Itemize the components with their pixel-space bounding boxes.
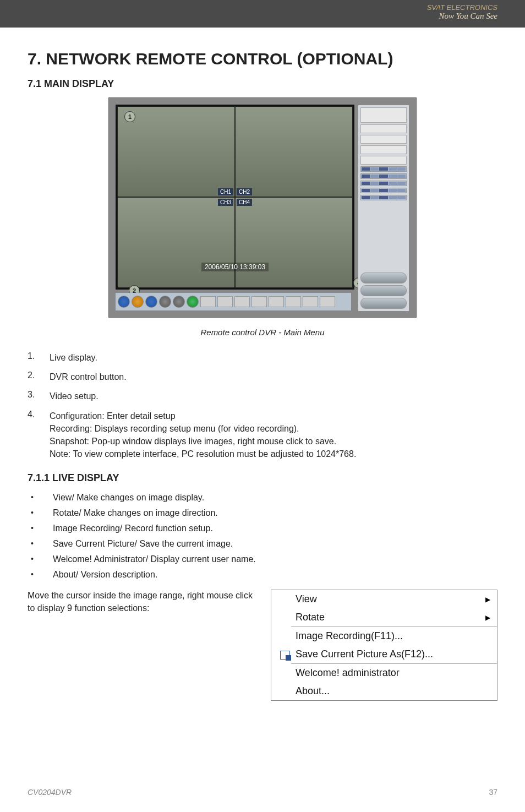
side-panel [358,105,409,312]
callout-1: 1 [124,111,135,122]
footer-model: CV0204DVR [28,788,72,797]
menu-item-save-picture[interactable]: Save Current Picture As(F12)... [271,645,497,663]
toolbar-button[interactable] [200,296,216,307]
menu-item-about[interactable]: About... [271,682,497,700]
side-panel-box [360,135,407,144]
list-number: 1. [28,351,50,364]
bullet-icon: • [28,570,53,580]
menu-item-rotate[interactable]: Rotate ▶ [271,608,497,626]
toolbar-button[interactable] [303,296,318,307]
bullet-icon: • [28,539,53,549]
header-bar: SVAT ELECTRONICS Now You Can See [0,0,525,28]
list-text: Configuration: Enter detail setup Record… [50,410,356,461]
side-panel-bar [360,173,407,179]
side-panel-box [360,145,407,154]
side-panel-bar [360,195,407,200]
instruction-text: Move the cursor inside the image range, … [28,590,254,614]
page-content: 7. NETWORK REMOTE CONTROL (OPTIONAL) 7.1… [0,28,525,701]
toolbar-button[interactable] [145,296,157,308]
toolbar-button[interactable] [217,296,233,307]
header-brand: SVAT ELECTRONICS [427,3,497,12]
video-cell-ch4: CH4 [235,197,353,288]
list-item: •Save Current Picture/ Save the current … [28,539,497,549]
toolbar-button[interactable] [173,296,185,308]
list-item: 3. Video setup. [28,390,497,402]
two-column: Move the cursor inside the image range, … [28,590,497,701]
footer-page-number: 37 [489,788,497,797]
toolbar-button[interactable] [269,296,284,307]
menu-label: About... [296,685,330,697]
bullet-icon: • [28,508,53,518]
video-grid: CH1 CH2 CH3 CH4 2006/05/10 13:39:03 [116,105,354,290]
dvr-toolbar [116,293,351,310]
context-menu: View ▶ Rotate ▶ Image Recording(F11)... … [271,590,497,701]
list-text: Rotate/ Make changes on image direction. [53,508,218,518]
list-item: •Rotate/ Make changes on image direction… [28,508,497,518]
list-number: 3. [28,390,50,402]
subsection-7-1-1: 7.1.1 LIVE DISPLAY [28,472,497,484]
menu-label: View [296,593,317,605]
section-title: 7. NETWORK REMOTE CONTROL (OPTIONAL) [28,50,497,68]
list-text: Live display. [50,351,97,364]
list-item: 1. Live display. [28,351,497,364]
label-ch3: CH3 [218,199,233,206]
numbered-list: 1. Live display. 2. DVR control button. … [28,351,497,460]
list-text: Save Current Picture/ Save the current i… [53,539,233,549]
list-item: •View/ Make changes on image display. [28,493,497,503]
menu-label: Image Recording(F11)... [296,630,403,642]
list-text: View/ Make changes on image display. [53,493,204,503]
menu-item-image-recording[interactable]: Image Recording(F11)... [271,627,497,645]
toolbar-button[interactable] [320,296,335,307]
header-text: SVAT ELECTRONICS Now You Can See [427,3,497,21]
list-item: •About/ Version description. [28,570,497,580]
toolbar-button[interactable] [234,296,250,307]
menu-item-view[interactable]: View ▶ [271,590,497,608]
label-ch1: CH1 [218,188,233,195]
menu-item-welcome: Welcome! administrator [271,664,497,682]
menu-label: Save Current Picture As(F12)... [296,648,433,660]
bullet-icon: • [28,554,53,564]
figure: CH1 CH2 CH3 CH4 2006/05/10 13:39:03 1 2 … [28,97,497,337]
list-text: DVR control button. [50,370,127,383]
toolbar-button[interactable] [159,296,171,308]
list-text: Video setup. [50,390,99,402]
subsection-7-1: 7.1 MAIN DISPLAY [28,78,497,90]
toolbar-button[interactable] [118,296,130,308]
video-cell-ch2: CH2 [235,106,353,197]
label-ch4: CH4 [237,199,252,206]
list-number: 4. [28,410,50,461]
submenu-arrow-icon: ▶ [485,596,490,603]
bullet-icon: • [28,493,53,503]
figure-caption: Remote control DVR - Main Menu [28,328,497,337]
list-text: Image Recording/ Record function setup. [53,524,213,533]
toolbar-button[interactable] [132,296,144,308]
page-footer: CV0204DVR 37 [28,788,497,797]
video-cell-ch3: CH3 [117,197,235,288]
side-panel-button[interactable] [360,273,407,284]
datetime-overlay: 2006/05/10 13:39:03 [201,263,269,271]
side-panel-bar [360,188,407,193]
list-text: About/ Version description. [53,570,157,580]
side-panel-box [360,107,407,123]
side-panel-bar [360,181,407,186]
video-cell-ch1: CH1 [117,106,235,197]
submenu-arrow-icon: ▶ [485,614,490,622]
toolbar-button[interactable] [187,296,199,308]
remote-control-screenshot: CH1 CH2 CH3 CH4 2006/05/10 13:39:03 1 2 … [108,97,417,318]
list-number: 2. [28,370,50,383]
toolbar-button[interactable] [286,296,301,307]
side-panel-button[interactable] [360,298,407,309]
list-text: Welcome! Administrator/ Display current … [53,554,256,564]
toolbar-button[interactable] [251,296,267,307]
list-item: •Image Recording/ Record function setup. [28,524,497,533]
bullet-icon: • [28,524,53,533]
header-tagline: Now You Can See [427,12,497,21]
list-item: •Welcome! Administrator/ Display current… [28,554,497,564]
side-panel-button[interactable] [360,285,407,296]
side-panel-box [360,156,407,165]
side-panel-box [360,124,407,133]
list-item: 2. DVR control button. [28,370,497,383]
label-ch2: CH2 [237,188,252,195]
menu-label: Rotate [296,612,325,623]
list-item: 4. Configuration: Enter detail setup Rec… [28,410,497,461]
